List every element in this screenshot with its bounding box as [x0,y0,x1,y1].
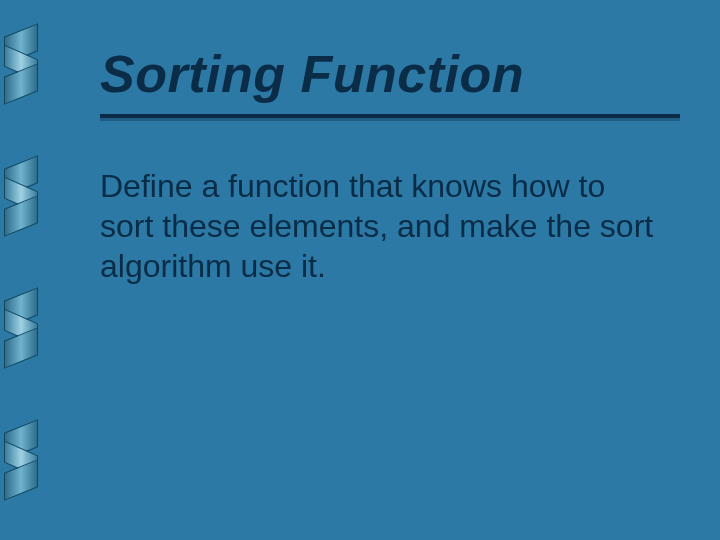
slide-title: Sorting Function [100,44,524,110]
title-area: Sorting Function [100,44,680,110]
ribbon-icon [4,30,38,100]
left-ribbon-decoration [0,0,50,540]
slide: Sorting Function Define a function that … [0,0,720,540]
body-area: Define a function that knows how to sort… [100,166,660,286]
ribbon-icon [4,294,38,364]
title-underline [100,114,680,118]
ribbon-icon [4,426,38,496]
slide-body-text: Define a function that knows how to sort… [100,166,660,286]
ribbon-icon [4,162,38,232]
